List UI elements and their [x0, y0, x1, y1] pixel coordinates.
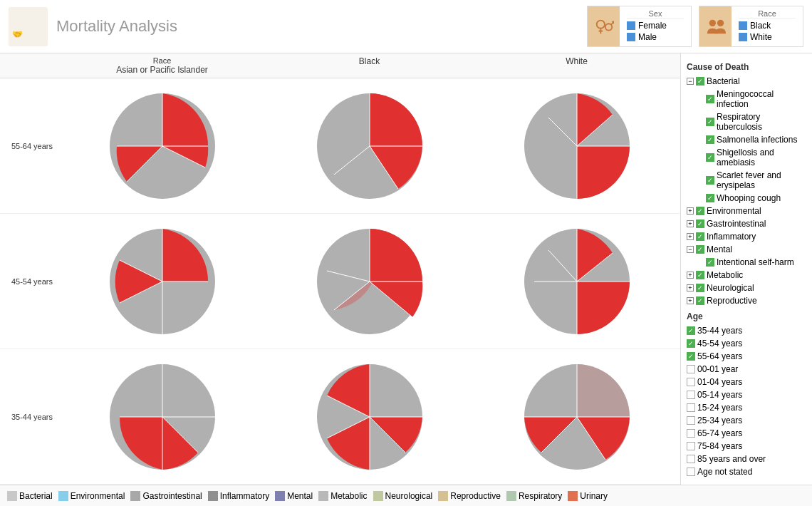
age-01-04[interactable]: 01-04 years: [687, 377, 806, 387]
pie-white-45-54: [473, 220, 680, 343]
legend-metabolic-label: Metabolic: [330, 491, 367, 501]
sex-female-item[interactable]: Female: [627, 21, 684, 31]
neurological-toggle[interactable]: +: [687, 284, 694, 291]
metabolic-toggle[interactable]: +: [687, 272, 694, 279]
age-01-04-checkbox[interactable]: [687, 378, 695, 386]
sex-filter-title: Sex: [627, 9, 684, 19]
age-35-44-checkbox[interactable]: [687, 326, 695, 335]
gastro-checkbox[interactable]: [696, 220, 704, 228]
mental-toggle[interactable]: −: [687, 246, 694, 253]
cause-meningococcal[interactable]: Meningococcal infection: [687, 89, 806, 109]
inflammatory-checkbox[interactable]: [696, 232, 704, 241]
cause-bacterial[interactable]: − Bacterial: [687, 76, 806, 86]
environmental-toggle[interactable]: +: [687, 207, 694, 215]
cause-whooping[interactable]: Whooping cough: [687, 193, 806, 203]
legend-respiratory: Respiratory: [506, 491, 562, 501]
age-01-04-label: 01-04 years: [697, 377, 742, 387]
chart-row-55-64: 55-64 years: [0, 78, 680, 214]
whooping-label: Whooping cough: [717, 193, 781, 203]
cause-mental[interactable]: − Mental: [687, 244, 806, 254]
age-05-14-checkbox[interactable]: [687, 391, 695, 399]
race-black-item[interactable]: Black: [739, 21, 796, 31]
legend-inflammatory-label: Inflammatory: [220, 491, 269, 501]
race-filter: Race Black White: [699, 6, 803, 47]
age-65-74-checkbox[interactable]: [687, 429, 695, 438]
mental-label: Mental: [707, 244, 732, 254]
cause-gastrointestinal[interactable]: + Gastrointestinal: [687, 219, 806, 229]
resp-tb-checkbox[interactable]: [706, 118, 714, 126]
age-05-14[interactable]: 05-14 years: [687, 390, 806, 400]
cause-neurological[interactable]: + Neurological: [687, 283, 806, 293]
race-white-item[interactable]: White: [739, 32, 796, 42]
environmental-checkbox[interactable]: [696, 207, 704, 215]
bacterial-checkbox[interactable]: [696, 77, 704, 86]
race-black-checkbox[interactable]: [739, 21, 747, 30]
age-75-84-checkbox[interactable]: [687, 442, 695, 450]
race-filter-icon: [699, 6, 732, 46]
cause-salmonella[interactable]: Salmonella infections: [687, 135, 806, 145]
age-25-34[interactable]: 25-34 years: [687, 415, 806, 425]
age-15-24-checkbox[interactable]: [687, 403, 695, 412]
age-45-54-checkbox[interactable]: [687, 339, 695, 348]
legend-bar: Bacterial Environmental Gastrointestinal…: [0, 485, 812, 506]
bacterial-toggle[interactable]: −: [687, 78, 694, 85]
reproductive-checkbox[interactable]: [696, 296, 704, 305]
reproductive-label: Reproductive: [707, 296, 757, 306]
age-25-34-checkbox[interactable]: [687, 416, 695, 425]
bacterial-label: Bacterial: [707, 76, 740, 86]
sex-male-item[interactable]: Male: [627, 32, 684, 42]
gastro-label: Gastrointestinal: [707, 219, 766, 229]
legend-neurological-swatch: [373, 491, 383, 501]
shigellosis-checkbox[interactable]: [706, 153, 714, 162]
age-35-44[interactable]: 35-44 years: [687, 326, 806, 336]
shigellosis-label: Shigellosis and amebiasis: [717, 148, 806, 167]
age-not-stated[interactable]: Age not stated: [687, 467, 806, 477]
age-85-over-checkbox[interactable]: [687, 455, 695, 463]
sex-male-checkbox[interactable]: [627, 33, 635, 41]
mental-checkbox[interactable]: [696, 245, 704, 254]
metabolic-label: Metabolic: [707, 270, 743, 280]
neurological-checkbox[interactable]: [696, 284, 704, 292]
age-55-64[interactable]: 55-64 years: [687, 351, 806, 361]
race-col-label-1: Black: [266, 56, 473, 66]
age-15-24[interactable]: 15-24 years: [687, 403, 806, 413]
race-header: Race Asian or Pacific Islander Black Whi…: [0, 53, 680, 78]
right-panel: Cause of Death − Bacterial Meningococcal…: [680, 53, 812, 485]
age-75-84[interactable]: 75-84 years: [687, 441, 806, 451]
meningococcal-checkbox[interactable]: [706, 95, 714, 103]
inflammatory-toggle[interactable]: +: [687, 233, 694, 240]
age-00-01[interactable]: 00-01 year: [687, 364, 806, 374]
svg-point-9: [709, 20, 715, 26]
race-header-spacer: [0, 56, 58, 75]
self-harm-checkbox[interactable]: [706, 258, 714, 267]
race-white-checkbox[interactable]: [739, 33, 747, 41]
svg-point-2: [596, 21, 604, 29]
cause-environmental[interactable]: + Environmental: [687, 206, 806, 216]
metabolic-checkbox[interactable]: [696, 271, 704, 279]
cause-reproductive[interactable]: + Reproductive: [687, 296, 806, 306]
salmonella-checkbox[interactable]: [706, 135, 714, 144]
gastro-toggle[interactable]: +: [687, 220, 694, 227]
age-title: Age: [687, 311, 806, 321]
cause-metabolic[interactable]: + Metabolic: [687, 270, 806, 280]
chart-row-35-44: 35-44 years: [0, 349, 680, 485]
reproductive-toggle[interactable]: +: [687, 297, 694, 304]
cause-self-harm[interactable]: Intentional self-harm: [687, 257, 806, 267]
age-00-01-label: 00-01 year: [697, 364, 738, 374]
age-65-74[interactable]: 65-74 years: [687, 428, 806, 438]
pie-api-35-44: [58, 356, 266, 478]
age-00-01-checkbox[interactable]: [687, 365, 695, 373]
sex-female-checkbox[interactable]: [627, 21, 635, 30]
age-65-74-label: 65-74 years: [697, 428, 742, 438]
cause-inflammatory[interactable]: + Inflammatory: [687, 232, 806, 242]
scarlet-checkbox[interactable]: [706, 176, 714, 185]
cause-resp-tb[interactable]: Respiratory tuberculosis: [687, 112, 806, 132]
cause-scarlet[interactable]: Scarlet fever and erysipelas: [687, 170, 806, 190]
age-not-stated-checkbox[interactable]: [687, 468, 695, 476]
age-85-over[interactable]: 85 years and over: [687, 454, 806, 464]
age-45-54[interactable]: 45-54 years: [687, 339, 806, 348]
cause-shigellosis[interactable]: Shigellosis and amebiasis: [687, 148, 806, 167]
age-55-64-checkbox[interactable]: [687, 352, 695, 361]
whooping-checkbox[interactable]: [706, 194, 714, 202]
race-col-header-1: Black: [266, 56, 473, 75]
